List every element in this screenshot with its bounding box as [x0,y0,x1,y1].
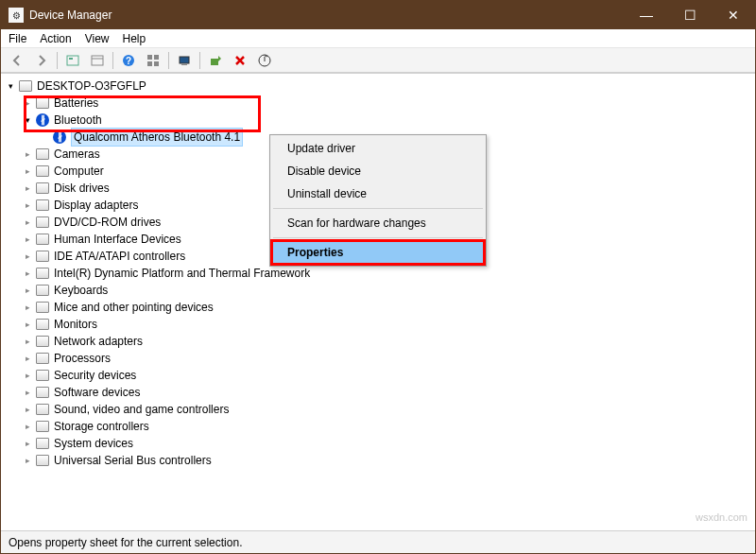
tree-root[interactable]: ▾DESKTOP-O3FGFLP [1,78,755,95]
tree-label: IDE ATA/ATAPI controllers [54,248,185,265]
window-title: Device Manager [29,9,625,22]
expander-icon[interactable]: ▸ [22,268,33,279]
tree-label: Intel(R) Dynamic Platform and Thermal Fr… [54,265,310,282]
expander-icon[interactable]: ▸ [22,148,33,160]
expander-icon[interactable]: ▸ [22,97,33,109]
expander-icon[interactable]: ▸ [22,251,33,262]
ctx-uninstall-device[interactable]: Uninstall device [272,182,484,205]
ctx-disable-device[interactable]: Disable device [272,160,484,182]
expander-icon[interactable]: ▸ [22,387,33,398]
bluetooth-icon: ∦ [52,130,67,145]
expander-icon[interactable]: ▸ [22,455,33,466]
watermark: wsxdn.com [696,511,747,523]
camera-icon [35,147,50,162]
svg-rect-7 [154,55,159,60]
intel-icon [35,266,50,281]
menu-action[interactable]: Action [40,32,71,45]
expander-icon[interactable]: ▾ [22,114,33,126]
expander-icon[interactable]: ▸ [22,302,33,313]
tree-item-battery[interactable]: ▸Batteries [1,95,755,112]
expander-icon[interactable]: ▸ [22,319,33,330]
expander-icon[interactable]: ▸ [22,199,33,211]
help-button[interactable]: ? [117,50,140,71]
expander-icon[interactable]: ▸ [22,438,33,449]
show-all-button[interactable] [61,50,84,71]
ctx-sep-2 [273,237,483,238]
titlebar[interactable]: ⚙ Device Manager — ☐ ✕ [1,1,755,29]
tree-item-usb[interactable]: ▸Universal Serial Bus controllers [1,452,755,469]
expander-icon[interactable]: ▸ [22,234,33,245]
tree-item-network[interactable]: ▸Network adapters [1,333,755,350]
forward-button[interactable] [30,50,53,71]
context-menu: Update driver Disable device Uninstall d… [269,134,487,267]
tree-item-sound[interactable]: ▸Sound, video and game controllers [1,401,755,418]
tree-item-intel[interactable]: ▸Intel(R) Dynamic Platform and Thermal F… [1,265,755,282]
tree-label: Qualcomm Atheros Bluetooth 4.1 [71,128,243,147]
tree-label: Display adapters [54,197,138,214]
toolbar-btn-4[interactable] [142,50,164,71]
tree-label: Cameras [54,146,100,163]
tree-panel[interactable]: ▾DESKTOP-O3FGFLP▸Batteries▾∦Bluetooth▸∦Q… [1,73,755,530]
status-text: Opens property sheet for the current sel… [9,536,242,549]
tree-item-bluetooth[interactable]: ▾∦Bluetooth [1,112,755,129]
back-button[interactable] [6,50,28,71]
security-icon [35,368,50,383]
menu-view[interactable]: View [85,32,110,45]
menu-help[interactable]: Help [123,32,146,45]
tree-item-storage[interactable]: ▸Storage controllers [1,418,755,435]
tree-label: Storage controllers [54,418,149,435]
properties-toolbar-button[interactable] [86,50,109,71]
expander-icon[interactable]: ▸ [22,421,33,432]
scan-hardware-button[interactable] [204,50,227,71]
svg-rect-10 [180,57,189,63]
expander-icon[interactable]: ▸ [22,285,33,296]
close-button[interactable]: ✕ [712,1,755,29]
toolbar-btn-5[interactable] [173,50,196,71]
expander-icon[interactable]: ▸ [22,165,33,177]
app-icon: ⚙ [9,8,24,23]
mouse-icon [35,300,50,315]
ide-icon [35,249,50,264]
svg-rect-6 [147,55,152,60]
svg-rect-12 [211,59,218,65]
update-toolbar-button[interactable] [253,50,276,71]
svg-rect-11 [181,64,187,65]
tree-label: Disk drives [54,180,110,197]
tree-item-software[interactable]: ▸Software devices [1,384,755,401]
tree-label: DVD/CD-ROM drives [54,214,161,231]
system-icon [35,436,50,451]
menu-file[interactable]: File [9,32,26,45]
expander-icon[interactable]: ▾ [5,80,16,92]
tree-item-mouse[interactable]: ▸Mice and other pointing devices [1,299,755,316]
tree-label: Bluetooth [54,112,102,129]
expander-icon[interactable]: ▸ [22,182,33,194]
minimize-button[interactable]: — [625,1,668,29]
expander-icon[interactable]: ▸ [22,216,33,228]
tree-item-system[interactable]: ▸System devices [1,435,755,452]
battery-icon [35,95,50,111]
tree-label: Network adapters [54,333,143,350]
svg-rect-0 [67,56,78,65]
computer-icon [18,78,33,94]
device-manager-window: ⚙ Device Manager — ☐ ✕ File Action View … [0,0,756,554]
uninstall-toolbar-button[interactable] [229,50,251,71]
ctx-update-driver[interactable]: Update driver [272,137,484,160]
ctx-scan-hardware[interactable]: Scan for hardware changes [272,212,484,234]
tree-label: Software devices [54,384,140,401]
svg-rect-8 [147,61,152,66]
disk-icon [35,181,50,196]
tree-item-cpu[interactable]: ▸Processors [1,350,755,367]
expander-icon[interactable]: ▸ [22,336,33,347]
maximize-button[interactable]: ☐ [668,1,712,29]
expander-icon[interactable]: ▸ [22,404,33,415]
tree-item-security[interactable]: ▸Security devices [1,367,755,384]
tree-item-keyboard[interactable]: ▸Keyboards [1,282,755,299]
software-icon [35,385,50,400]
tree-item-monitor[interactable]: ▸Monitors [1,316,755,333]
tree-label: Mice and other pointing devices [54,299,214,316]
expander-icon[interactable]: ▸ [22,353,33,364]
tree-label: Batteries [54,95,98,112]
expander-icon[interactable]: ▸ [22,370,33,381]
ctx-properties[interactable]: Properties [272,241,484,264]
statusbar: Opens property sheet for the current sel… [1,530,755,553]
